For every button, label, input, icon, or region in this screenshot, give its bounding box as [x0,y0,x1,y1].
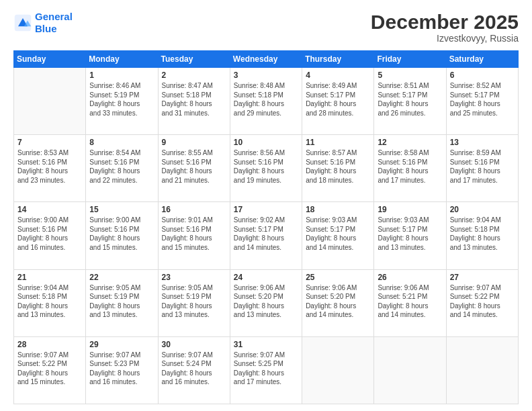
calendar-cell: 26Sunrise: 9:06 AM Sunset: 5:21 PM Dayli… [374,269,446,336]
calendar-cell: 11Sunrise: 8:57 AM Sunset: 5:16 PM Dayli… [302,135,374,202]
calendar-cell: 22Sunrise: 9:05 AM Sunset: 5:19 PM Dayli… [86,269,158,336]
day-info: Sunrise: 9:07 AM Sunset: 5:24 PM Dayligh… [162,351,226,387]
calendar-cell: 10Sunrise: 8:56 AM Sunset: 5:16 PM Dayli… [230,135,302,202]
day-number: 20 [450,205,515,214]
calendar-week-4: 21Sunrise: 9:04 AM Sunset: 5:18 PM Dayli… [14,269,519,336]
calendar-cell: 16Sunrise: 9:01 AM Sunset: 5:16 PM Dayli… [158,202,230,269]
day-info: Sunrise: 8:59 AM Sunset: 5:16 PM Dayligh… [450,148,515,185]
subtitle: Izvestkovyy, Russia [371,33,519,44]
calendar-header-saturday: Saturday [446,51,518,68]
calendar-cell: 2Sunrise: 8:47 AM Sunset: 5:18 PM Daylig… [158,68,230,135]
day-number: 1 [89,71,154,80]
calendar-header-tuesday: Tuesday [158,51,230,68]
day-info: Sunrise: 9:05 AM Sunset: 5:19 PM Dayligh… [162,283,226,320]
day-info: Sunrise: 9:03 AM Sunset: 5:17 PM Dayligh… [378,216,442,252]
day-info: Sunrise: 9:02 AM Sunset: 5:17 PM Dayligh… [234,216,298,252]
calendar-header-row: SundayMondayTuesdayWednesdayThursdayFrid… [14,51,519,68]
logo-line1: General [35,11,73,22]
day-number: 6 [450,71,515,80]
calendar-cell: 29Sunrise: 9:07 AM Sunset: 5:23 PM Dayli… [86,336,158,404]
main-title: December 2025 [371,11,519,33]
day-info: Sunrise: 8:49 AM Sunset: 5:17 PM Dayligh… [306,81,370,118]
day-info: Sunrise: 9:01 AM Sunset: 5:16 PM Dayligh… [162,216,226,252]
calendar-cell: 7Sunrise: 8:53 AM Sunset: 5:16 PM Daylig… [14,135,86,202]
day-info: Sunrise: 9:00 AM Sunset: 5:16 PM Dayligh… [89,216,154,252]
day-info: Sunrise: 9:04 AM Sunset: 5:18 PM Dayligh… [17,283,82,320]
day-number: 5 [378,71,442,80]
day-number: 14 [17,205,82,214]
calendar-cell: 17Sunrise: 9:02 AM Sunset: 5:17 PM Dayli… [230,202,302,269]
day-info: Sunrise: 8:53 AM Sunset: 5:16 PM Dayligh… [17,148,82,185]
calendar-week-2: 7Sunrise: 8:53 AM Sunset: 5:16 PM Daylig… [14,135,519,202]
day-info: Sunrise: 9:06 AM Sunset: 5:20 PM Dayligh… [306,283,370,320]
day-number: 9 [162,138,226,147]
calendar-cell: 3Sunrise: 8:48 AM Sunset: 5:18 PM Daylig… [230,68,302,135]
day-info: Sunrise: 8:56 AM Sunset: 5:16 PM Dayligh… [234,148,298,185]
day-number: 2 [162,71,226,80]
day-info: Sunrise: 9:06 AM Sunset: 5:21 PM Dayligh… [378,283,442,320]
day-number: 22 [89,273,154,282]
day-info: Sunrise: 9:05 AM Sunset: 5:19 PM Dayligh… [89,283,154,320]
calendar-cell: 14Sunrise: 9:00 AM Sunset: 5:16 PM Dayli… [14,202,86,269]
day-info: Sunrise: 9:07 AM Sunset: 5:23 PM Dayligh… [89,351,154,387]
logo-line2: Blue [35,23,57,34]
day-number: 11 [306,138,370,147]
calendar-cell: 25Sunrise: 9:06 AM Sunset: 5:20 PM Dayli… [302,269,374,336]
day-number: 31 [234,340,298,349]
day-number: 17 [234,205,298,214]
day-number: 4 [306,71,370,80]
calendar-week-5: 28Sunrise: 9:07 AM Sunset: 5:22 PM Dayli… [14,336,519,404]
calendar-week-1: 1Sunrise: 8:46 AM Sunset: 5:19 PM Daylig… [14,68,519,135]
day-info: Sunrise: 9:03 AM Sunset: 5:17 PM Dayligh… [306,216,370,252]
calendar-cell: 9Sunrise: 8:55 AM Sunset: 5:16 PM Daylig… [158,135,230,202]
day-number: 3 [234,71,298,80]
calendar-cell [302,336,374,404]
day-info: Sunrise: 9:00 AM Sunset: 5:16 PM Dayligh… [17,216,82,252]
day-info: Sunrise: 9:06 AM Sunset: 5:20 PM Dayligh… [234,283,298,320]
calendar-cell: 1Sunrise: 8:46 AM Sunset: 5:19 PM Daylig… [86,68,158,135]
calendar-cell [374,336,446,404]
header: General Blue December 2025 Izvestkovyy, … [13,11,519,44]
calendar-cell [446,336,518,404]
calendar-week-3: 14Sunrise: 9:00 AM Sunset: 5:16 PM Dayli… [14,202,519,269]
logo-text: General Blue [35,11,73,35]
day-info: Sunrise: 9:07 AM Sunset: 5:22 PM Dayligh… [450,283,515,320]
day-info: Sunrise: 8:46 AM Sunset: 5:19 PM Dayligh… [89,81,154,118]
calendar-cell [14,68,86,135]
calendar-cell: 13Sunrise: 8:59 AM Sunset: 5:16 PM Dayli… [446,135,518,202]
calendar-table: SundayMondayTuesdayWednesdayThursdayFrid… [13,50,519,404]
day-number: 24 [234,273,298,282]
day-number: 27 [450,273,515,282]
day-number: 28 [17,340,82,349]
calendar-cell: 28Sunrise: 9:07 AM Sunset: 5:22 PM Dayli… [14,336,86,404]
calendar-cell: 20Sunrise: 9:04 AM Sunset: 5:18 PM Dayli… [446,202,518,269]
calendar-header-wednesday: Wednesday [230,51,302,68]
day-number: 29 [89,340,154,349]
day-number: 15 [89,205,154,214]
calendar-header-friday: Friday [374,51,446,68]
day-number: 25 [306,273,370,282]
calendar-cell: 8Sunrise: 8:54 AM Sunset: 5:16 PM Daylig… [86,135,158,202]
calendar-cell: 15Sunrise: 9:00 AM Sunset: 5:16 PM Dayli… [86,202,158,269]
day-info: Sunrise: 9:07 AM Sunset: 5:22 PM Dayligh… [17,351,82,387]
calendar-cell: 24Sunrise: 9:06 AM Sunset: 5:20 PM Dayli… [230,269,302,336]
day-info: Sunrise: 8:52 AM Sunset: 5:17 PM Dayligh… [450,81,515,118]
day-number: 19 [378,205,442,214]
calendar-cell: 23Sunrise: 9:05 AM Sunset: 5:19 PM Dayli… [158,269,230,336]
day-number: 16 [162,205,226,214]
calendar-cell: 6Sunrise: 8:52 AM Sunset: 5:17 PM Daylig… [446,68,518,135]
day-number: 18 [306,205,370,214]
calendar-cell: 31Sunrise: 9:07 AM Sunset: 5:25 PM Dayli… [230,336,302,404]
day-number: 8 [89,138,154,147]
calendar-cell: 4Sunrise: 8:49 AM Sunset: 5:17 PM Daylig… [302,68,374,135]
logo-icon [13,13,32,32]
title-block: December 2025 Izvestkovyy, Russia [371,11,519,44]
day-info: Sunrise: 8:55 AM Sunset: 5:16 PM Dayligh… [162,148,226,185]
day-info: Sunrise: 8:47 AM Sunset: 5:18 PM Dayligh… [162,81,226,118]
day-info: Sunrise: 9:07 AM Sunset: 5:25 PM Dayligh… [234,351,298,387]
day-info: Sunrise: 8:57 AM Sunset: 5:16 PM Dayligh… [306,148,370,185]
day-info: Sunrise: 8:54 AM Sunset: 5:16 PM Dayligh… [89,148,154,185]
calendar-header-thursday: Thursday [302,51,374,68]
calendar-cell: 12Sunrise: 8:58 AM Sunset: 5:16 PM Dayli… [374,135,446,202]
day-info: Sunrise: 8:51 AM Sunset: 5:17 PM Dayligh… [378,81,442,118]
